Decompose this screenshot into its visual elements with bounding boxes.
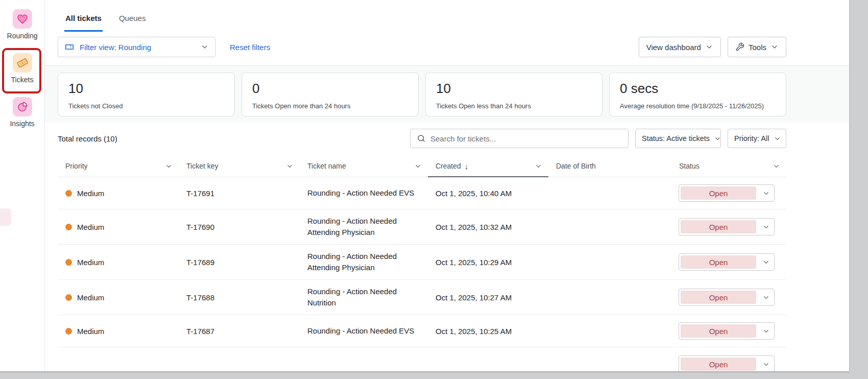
status-dropdown[interactable]: Open <box>679 218 775 235</box>
chevron-down-icon[interactable] <box>414 162 422 170</box>
ticket-key-cell: T-17690 <box>179 217 300 238</box>
sidebar: Rounding Tickets Insights <box>0 0 45 371</box>
main-area: All tickets Queues Filter view: Rounding… <box>45 0 849 371</box>
column-label: Ticket name <box>307 162 346 170</box>
empty-cell <box>300 356 428 368</box>
priority-cell: Medium <box>58 287 179 308</box>
date-of-birth-cell <box>548 256 671 268</box>
stat-label: Tickets Open less than 24 hours <box>436 102 592 110</box>
chevron-down-icon <box>201 43 209 51</box>
reset-filters-link[interactable]: Reset filters <box>230 43 270 52</box>
sidebar-item-label: Tickets <box>11 76 34 84</box>
table-row[interactable]: Medium T-17689 Rounding - Action Needed … <box>58 245 786 280</box>
status-dropdown[interactable]: Open <box>679 322 775 340</box>
empty-cell <box>428 356 548 368</box>
table-row-partial[interactable]: Open <box>58 347 786 371</box>
table-row[interactable]: Medium T-17688 Rounding - Action Needed … <box>58 280 786 315</box>
column-header-status[interactable]: Status <box>671 155 786 177</box>
pie-chart-icon <box>13 97 32 116</box>
status-badge: Open <box>681 220 756 233</box>
chevron-down-icon[interactable] <box>535 162 542 170</box>
sidebar-item-insights[interactable]: Insights <box>0 97 44 128</box>
chevron-down-icon[interactable] <box>758 361 774 368</box>
sidebar-item-rounding[interactable]: Rounding <box>0 9 44 40</box>
search-input[interactable] <box>430 134 622 143</box>
status-dropdown[interactable]: Open <box>679 253 775 271</box>
sidebar-item-label: Rounding <box>7 32 38 40</box>
column-header-priority[interactable]: Priority <box>58 155 179 177</box>
tab-all-tickets[interactable]: All tickets <box>64 5 103 32</box>
status-dropdown[interactable]: Open <box>679 184 775 202</box>
search-box <box>410 129 629 148</box>
chevron-down-icon[interactable] <box>758 327 774 335</box>
column-header-date-of-birth[interactable]: Date of Birth <box>548 155 671 177</box>
priority-dot-medium <box>65 190 72 197</box>
status-cell: Open <box>671 322 786 340</box>
date-of-birth-cell <box>548 291 671 303</box>
search-icon <box>417 134 426 143</box>
ticket-key-cell: T-17689 <box>179 252 300 273</box>
chevron-down-icon[interactable] <box>165 162 173 170</box>
priority-label: Medium <box>77 327 104 336</box>
stat-card-open-more-24h: 0 Tickets Open more than 24 hours <box>242 73 419 116</box>
priority-dot-medium <box>65 224 72 230</box>
chevron-down-icon[interactable] <box>773 162 780 170</box>
stat-card-avg-resolution: 0 secs Average resolution time (9/18/202… <box>609 73 786 116</box>
chevron-down-icon[interactable] <box>758 223 774 231</box>
status-cell: Open <box>671 253 786 271</box>
priority-cell: Medium <box>58 217 179 238</box>
chevron-down-icon <box>705 43 713 51</box>
status-filter-dropdown[interactable]: Status: Active tickets <box>635 129 721 148</box>
stat-value: 0 <box>252 81 408 96</box>
ticket-icon <box>13 53 32 73</box>
chevron-down-icon[interactable] <box>758 258 774 266</box>
priority-filter-label: Priority: All <box>734 134 769 143</box>
filter-bar: Filter view: Rounding Reset filters View… <box>45 32 849 65</box>
date-of-birth-cell <box>548 187 671 199</box>
priority-dot-medium <box>65 259 72 266</box>
view-dashboard-button[interactable]: View dashboard <box>639 37 721 57</box>
status-cell: Open <box>671 218 786 235</box>
ticket-name-cell: Rounding - Action Needed Nutrition <box>300 280 428 315</box>
chevron-down-icon[interactable] <box>758 294 774 301</box>
stat-value: 0 secs <box>620 81 776 96</box>
priority-dot-medium <box>65 328 72 335</box>
sort-desc-icon: ↓ <box>465 162 469 171</box>
stat-value: 10 <box>436 81 592 96</box>
sidebar-item-tickets[interactable]: Tickets <box>0 53 44 84</box>
ticket-name-cell: Rounding - Action Needed Attending Physi… <box>300 245 428 279</box>
partial-floating-icon <box>0 208 11 226</box>
app-window: Rounding Tickets Insights <box>0 0 849 371</box>
priority-filter-dropdown[interactable]: Priority: All <box>728 129 786 148</box>
status-cell: Open <box>671 184 786 202</box>
created-cell: Oct 1, 2025, 10:29 AM <box>428 252 548 273</box>
status-dropdown[interactable]: Open <box>679 289 775 306</box>
column-header-ticket-name[interactable]: Ticket name <box>300 155 428 177</box>
priority-label: Medium <box>77 223 104 231</box>
stat-label: Tickets Open more than 24 hours <box>252 102 408 110</box>
tab-queues[interactable]: Queues <box>118 5 147 32</box>
chevron-down-icon[interactable] <box>286 162 294 170</box>
table-filters: Status: Active tickets Priority: All <box>410 129 786 148</box>
stat-label: Average resolution time (9/18/2025 - 11/… <box>620 102 776 110</box>
created-cell: Oct 1, 2025, 10:40 AM <box>428 183 548 204</box>
chevron-down-icon[interactable] <box>758 190 774 197</box>
ticket-key-cell: T-17691 <box>179 183 300 204</box>
column-header-ticket-key[interactable]: Ticket key <box>179 155 300 177</box>
stat-label: Tickets not Closed <box>68 102 224 110</box>
table-row[interactable]: Medium T-17687 Rounding - Action Needed … <box>58 315 786 347</box>
empty-cell <box>548 356 671 368</box>
priority-label: Medium <box>77 189 104 198</box>
status-dropdown[interactable]: Open <box>679 356 775 371</box>
priority-cell: Medium <box>58 321 179 342</box>
ticket-name-cell: Rounding - Action Needed EVS <box>300 181 428 205</box>
table-row[interactable]: Medium T-17691 Rounding - Action Needed … <box>58 177 786 209</box>
table-row[interactable]: Medium T-17690 Rounding - Action Needed … <box>58 209 786 245</box>
tools-button[interactable]: Tools <box>728 37 786 57</box>
ticket-key-cell: T-17688 <box>179 287 300 308</box>
column-header-created[interactable]: Created ↓ <box>428 155 548 177</box>
filter-view-dropdown[interactable]: Filter view: Rounding <box>58 37 215 57</box>
status-badge: Open <box>681 186 756 200</box>
status-cell: Open <box>671 356 786 371</box>
ticket-name-cell: Rounding - Action Needed Attending Physi… <box>300 209 428 244</box>
